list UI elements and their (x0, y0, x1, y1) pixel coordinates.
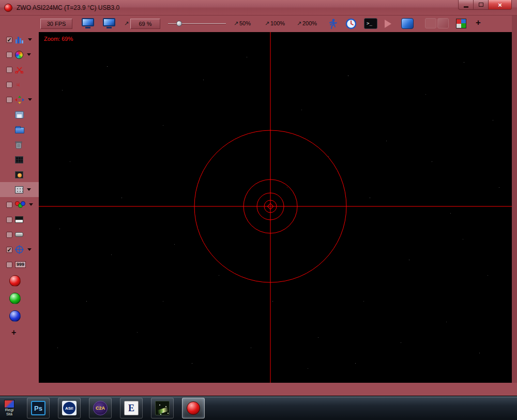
sidebar-item-red-channel[interactable] (0, 272, 39, 290)
history-clock-icon[interactable] (345, 18, 357, 29)
black-white-icon (15, 216, 23, 223)
colorwheel-caret-icon[interactable] (27, 53, 31, 56)
terminal-icon[interactable]: >_ (364, 18, 377, 29)
minimize-button[interactable] (458, 0, 474, 10)
disabled-tool-icon-2 (437, 18, 449, 28)
sidebar-item-trash[interactable] (0, 137, 39, 152)
zoom-preset-50[interactable]: 50% (239, 20, 251, 26)
reticle-overlay (39, 32, 512, 383)
sidebar-item-jupiter[interactable]: ♃ (0, 77, 39, 92)
toolbar: 30 FPS ↗ 69 % ↗ 50% ↗ 100% ↗ 200% >_ (0, 16, 517, 32)
monitor-icon-1[interactable] (80, 18, 96, 30)
close-icon: × (498, 1, 502, 9)
jupiter-checkbox[interactable] (6, 82, 12, 88)
zoom-value-button[interactable]: 69 % (130, 19, 160, 29)
counter-checkbox[interactable] (6, 262, 12, 268)
taskbar-item-registax[interactable]: Regi Sta (0, 398, 19, 418)
flat-frame-icon (15, 171, 23, 178)
taskbar-item-asi[interactable]: ASI! (58, 398, 81, 418)
app-window: ZWO ASI224MC (T=23.9 °C) USB3.0 × 30 FPS… (0, 0, 517, 420)
taskbar-item-e-app[interactable]: E (120, 398, 143, 418)
cut-checkbox[interactable] (6, 67, 12, 73)
registax-label: Regi Sta (5, 408, 13, 416)
taskbar-item-c2a[interactable]: C2A (89, 398, 112, 418)
mono-checkbox[interactable] (6, 217, 12, 223)
sidebar-item-histogram[interactable] (0, 32, 39, 47)
histogram-icon (15, 36, 24, 43)
sidebar-item-grid[interactable] (0, 182, 39, 197)
zoom-slider[interactable] (168, 22, 226, 26)
histogram-caret-icon[interactable] (28, 38, 32, 41)
window-title: ZWO ASI224MC (T=23.9 °C) USB3.0 (17, 4, 119, 11)
sidebar-item-align[interactable] (0, 92, 39, 107)
sidebar-item-flatframe[interactable] (0, 167, 39, 182)
taskbar: Regi Sta Ps ASI! C2A E (0, 396, 517, 420)
green-sphere-button[interactable] (9, 293, 21, 304)
zoom-arrow-icon: ↗ (124, 20, 129, 27)
disabled-tool-icon-1 (425, 18, 436, 28)
sidebar-item-add[interactable]: + (0, 325, 39, 340)
window-right-edge (512, 16, 517, 383)
sidebar-item-green-channel[interactable] (0, 290, 39, 307)
sidebar-item-gamma[interactable] (0, 227, 39, 242)
window-controls: × (458, 0, 512, 10)
toolbar-add-button[interactable]: + (476, 18, 481, 28)
align-caret-icon[interactable] (28, 98, 32, 101)
counter-999-icon: 999 (15, 261, 26, 268)
zoom-preset-200[interactable]: 200% (302, 20, 317, 26)
align-checkbox[interactable] (6, 97, 12, 103)
display-panel-icon[interactable] (401, 18, 414, 29)
trash-icon (15, 141, 22, 149)
sidebar-item-cut[interactable] (0, 62, 39, 77)
play-icon[interactable] (385, 20, 391, 28)
sidebar-item-folder[interactable] (0, 122, 39, 137)
folder-icon (15, 127, 24, 133)
firecapture-icon (187, 401, 200, 415)
close-button[interactable]: × (488, 0, 512, 10)
move-arrows-icon (15, 96, 24, 104)
colorwheel-checkbox[interactable] (6, 52, 12, 58)
fps-button[interactable]: 30 FPS (40, 19, 72, 29)
app-logo-icon (4, 4, 12, 12)
camera-viewport[interactable]: Zoom: 69% (39, 32, 512, 383)
red-sphere-button[interactable] (9, 275, 21, 287)
reticle-caret-icon[interactable] (27, 248, 32, 251)
preset-200-arrow-icon: ↗ (297, 20, 301, 27)
sidebar: ♃ (0, 32, 39, 383)
sidebar-item-debayer[interactable] (0, 197, 39, 212)
gamma-checkbox[interactable] (6, 232, 12, 238)
maximize-button[interactable] (474, 0, 488, 10)
preset-50-arrow-icon: ↗ (234, 20, 238, 27)
rgb-balls-icon (15, 201, 25, 208)
zoom-preset-100[interactable]: 100% (270, 20, 285, 26)
grid-icon (15, 186, 23, 193)
autorun-icon[interactable] (327, 18, 338, 29)
reticle-checkbox[interactable] (6, 247, 12, 253)
sidebar-item-save[interactable] (0, 107, 39, 122)
taskbar-item-starchart[interactable] (151, 398, 174, 418)
title-bar: ZWO ASI224MC (T=23.9 °C) USB3.0 × (0, 0, 517, 16)
asi-icon-label: ASI! (63, 402, 75, 414)
grid-caret-icon[interactable] (27, 188, 31, 191)
zoom-slider-thumb[interactable] (176, 21, 182, 26)
sidebar-item-blue-channel[interactable] (0, 307, 39, 325)
reticle-icon (15, 245, 24, 254)
jupiter-icon: ♃ (15, 81, 21, 88)
color-image-icon[interactable] (456, 19, 466, 28)
taskbar-item-photoshop[interactable]: Ps (27, 398, 50, 418)
sidebar-item-mono[interactable] (0, 212, 39, 227)
debayer-caret-icon[interactable] (29, 203, 33, 206)
sidebar-item-colorwheel[interactable] (0, 47, 39, 62)
sidebar-item-darkframe[interactable] (0, 152, 39, 167)
debayer-checkbox[interactable] (6, 202, 12, 208)
blue-sphere-button[interactable] (9, 310, 21, 322)
monitor-icon-2[interactable] (101, 18, 117, 30)
sidebar-add-button[interactable]: + (11, 328, 16, 337)
taskbar-item-firecapture[interactable] (182, 398, 205, 418)
scissors-icon (15, 66, 23, 73)
sidebar-item-counter[interactable]: 999 (0, 257, 39, 272)
sidebar-item-reticle[interactable] (0, 242, 39, 257)
histogram-checkbox[interactable] (6, 37, 12, 43)
minimize-icon (464, 6, 468, 8)
maximize-icon (479, 3, 483, 7)
